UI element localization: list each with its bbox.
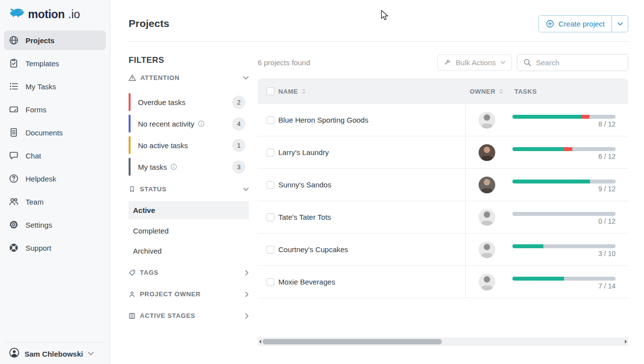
sidebar-item-label: Chat xyxy=(26,152,41,160)
sidebar: motion.io Projects Templates My Tasks xyxy=(0,0,110,364)
page-title: Projects xyxy=(129,18,169,29)
sidebar-item-documents[interactable]: Documents xyxy=(4,123,106,142)
filter-section-project-owner[interactable]: PROJECT OWNER xyxy=(129,290,249,298)
owner-avatar[interactable] xyxy=(479,209,495,226)
chat-bubble-icon xyxy=(9,151,19,160)
sidebar-item-label: Settings xyxy=(26,221,52,229)
filter-section-tags[interactable]: TAGS xyxy=(129,269,249,276)
owner-cell xyxy=(465,234,512,265)
filter-no-active-tasks[interactable]: No active tasks 1 xyxy=(129,136,249,154)
attention-color-bar xyxy=(129,136,131,154)
tasks-progress-bar xyxy=(512,147,616,151)
avatar-body xyxy=(481,124,493,129)
sort-icon[interactable] xyxy=(499,88,504,94)
task-list-icon xyxy=(9,81,19,91)
owner-avatar[interactable] xyxy=(479,274,495,290)
user-menu[interactable]: Sam Chlebowski xyxy=(0,347,110,360)
filter-section-active-stages[interactable]: ACTIVE STAGES xyxy=(129,312,249,319)
table-row[interactable]: Sunny's Sandos 9 / 12 xyxy=(258,169,628,201)
sidebar-item-projects[interactable]: Projects xyxy=(4,30,106,50)
scroll-right-arrow[interactable] xyxy=(624,338,628,345)
scrollbar-thumb[interactable] xyxy=(263,339,442,344)
table-row[interactable]: Courtney's Cupcakes 3 / 10 xyxy=(258,234,628,266)
globe-icon xyxy=(9,35,19,45)
column-header-owner[interactable]: OWNER xyxy=(470,78,504,104)
row-checkbox[interactable] xyxy=(267,278,274,286)
sidebar-item-settings[interactable]: Settings xyxy=(4,215,106,234)
search-input[interactable] xyxy=(536,58,628,67)
owner-avatar[interactable] xyxy=(479,112,495,129)
sidebar-item-label: Helpdesk xyxy=(26,175,56,183)
filter-section-label: ACTIVE STAGES xyxy=(140,312,195,319)
table-header: NAME OWNER TASKS xyxy=(258,78,628,104)
brand-name: motion xyxy=(28,8,65,21)
status-option-label: Completed xyxy=(133,227,169,235)
sidebar-item-forms[interactable]: Forms xyxy=(4,100,106,119)
create-project-button[interactable]: Create project xyxy=(538,15,628,32)
owner-avatar[interactable] xyxy=(479,241,495,258)
table-row[interactable]: Blue Heron Sporting Goods 8 / 12 xyxy=(258,104,628,136)
progress-overdue-segment xyxy=(564,147,572,151)
bulk-actions-button[interactable]: Bulk Actions xyxy=(437,54,512,71)
sidebar-item-chat[interactable]: Chat xyxy=(4,146,106,165)
project-name: Tate's Tater Tots xyxy=(278,213,331,221)
document-icon xyxy=(9,128,19,137)
sidebar-item-team[interactable]: Team xyxy=(4,192,106,211)
sidebar-item-my-tasks[interactable]: My Tasks xyxy=(4,77,106,96)
filter-item-label: No active tasks xyxy=(138,141,188,150)
info-icon[interactable] xyxy=(170,163,177,170)
progress-done-segment xyxy=(512,147,564,151)
filter-count-badge: 3 xyxy=(232,160,245,174)
sidebar-item-label: Support xyxy=(26,244,52,252)
select-all-checkbox[interactable] xyxy=(267,87,274,95)
owner-avatar[interactable] xyxy=(479,177,495,193)
sidebar-item-support[interactable]: Support xyxy=(4,238,106,258)
row-checkbox[interactable] xyxy=(267,181,274,189)
divider xyxy=(6,342,104,342)
status-option-active[interactable]: Active xyxy=(129,201,249,219)
filter-overdue-tasks[interactable]: Overdue tasks 2 xyxy=(129,93,249,111)
status-option-completed[interactable]: Completed xyxy=(129,222,249,240)
progress-done-segment xyxy=(512,180,590,183)
filter-section-status[interactable]: STATUS xyxy=(129,185,249,193)
column-label: NAME xyxy=(278,88,298,95)
form-icon xyxy=(9,104,19,114)
filter-section-label: STATUS xyxy=(140,185,166,193)
filter-count-badge: 1 xyxy=(232,139,245,152)
sort-icon[interactable] xyxy=(301,88,306,94)
status-option-archived[interactable]: Archived xyxy=(129,242,249,260)
sidebar-item-helpdesk[interactable]: Helpdesk xyxy=(4,169,106,188)
filter-my-tasks[interactable]: My tasks 3 xyxy=(129,158,249,176)
column-header-name[interactable]: NAME xyxy=(267,78,306,104)
row-checkbox[interactable] xyxy=(267,116,274,124)
person-icon xyxy=(129,291,135,298)
filter-no-recent-activity[interactable]: No recent activity 4 xyxy=(129,115,249,132)
row-checkbox[interactable] xyxy=(267,246,274,254)
app-window: motion.io Projects Templates My Tasks xyxy=(0,0,644,364)
rabbit-icon xyxy=(8,7,25,22)
bookmark-icon xyxy=(129,185,135,193)
create-project-dropdown[interactable] xyxy=(612,16,628,32)
brand-tld: .io xyxy=(68,8,80,21)
info-icon[interactable] xyxy=(198,120,205,127)
table-row[interactable]: Moxie Beverages 7 / 14 xyxy=(258,266,628,298)
app-logo[interactable]: motion.io xyxy=(0,0,110,22)
chevron-down-icon xyxy=(617,22,623,26)
help-circle-icon xyxy=(9,174,19,183)
row-checkbox[interactable] xyxy=(267,149,274,156)
sidebar-item-templates[interactable]: Templates xyxy=(4,53,106,73)
owner-avatar[interactable] xyxy=(479,144,495,161)
tasks-count-label: 9 / 12 xyxy=(512,185,616,193)
tasks-progress-bar xyxy=(512,277,616,281)
table-row[interactable]: Larry's Laundry 6 / 12 xyxy=(258,136,628,169)
scroll-left-arrow[interactable] xyxy=(258,338,262,345)
table-row[interactable]: Tate's Tater Tots 0 / 12 xyxy=(258,201,628,234)
avatar-body xyxy=(481,221,493,226)
row-checkbox[interactable] xyxy=(267,213,274,221)
columns-icon xyxy=(129,312,135,319)
filter-section-attention[interactable]: ATTENTION xyxy=(129,74,249,81)
attention-color-bar xyxy=(129,93,131,111)
create-project-main[interactable]: Create project xyxy=(539,16,612,32)
sidebar-item-label: Team xyxy=(26,198,44,206)
horizontal-scrollbar[interactable] xyxy=(258,338,628,346)
